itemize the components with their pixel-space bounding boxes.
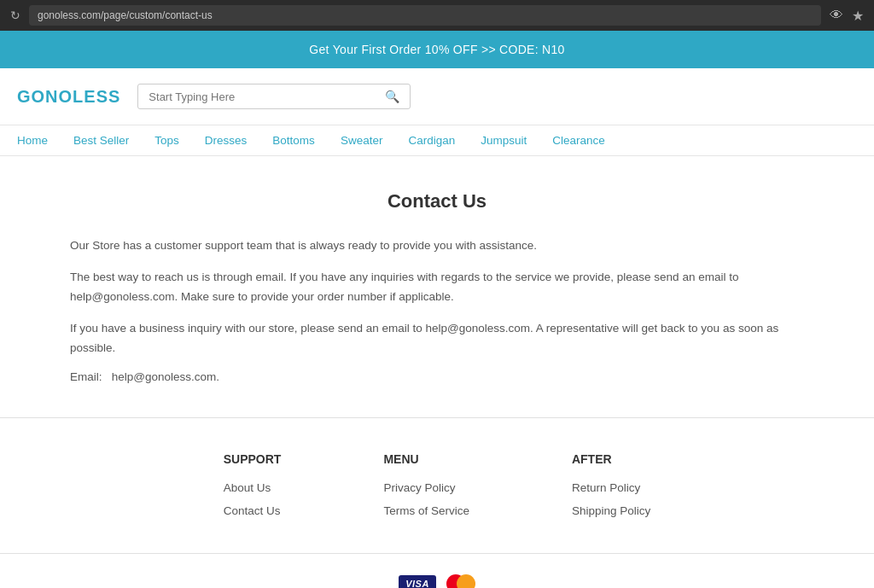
payment-icons: VISA xyxy=(399,574,475,588)
footer-shipping-policy[interactable]: Shipping Policy xyxy=(572,504,650,517)
paragraph-1: Our Store has a customer support team th… xyxy=(70,236,804,256)
browser-chrome: ↻ gonoless.com/page/custom/contact-us 👁︎… xyxy=(0,0,874,31)
nav-best-seller[interactable]: Best Seller xyxy=(73,134,129,147)
mc-right-circle xyxy=(457,574,475,588)
page-title: Contact Us xyxy=(70,190,804,212)
url-text: gonoless.com/page/custom/contact-us xyxy=(38,9,213,21)
browser-controls: ↻ xyxy=(10,9,20,22)
footer-columns: SUPPORT About Us Contact Us Menu Privacy… xyxy=(0,417,874,553)
nav-jumpsuit[interactable]: Jumpsuit xyxy=(481,134,527,147)
footer-contact-us[interactable]: Contact Us xyxy=(224,504,282,517)
email-label: Email: xyxy=(70,370,102,383)
nav-bottoms[interactable]: Bottoms xyxy=(272,134,315,147)
eye-off-icon: 👁︎ xyxy=(830,8,843,23)
visa-icon: VISA xyxy=(399,575,436,588)
nav-clearance[interactable]: Clearance xyxy=(552,134,605,147)
footer-about-us[interactable]: About Us xyxy=(224,481,282,494)
nav-sweater[interactable]: Sweater xyxy=(341,134,383,147)
footer-return-policy[interactable]: Return Policy xyxy=(572,481,650,494)
reload-button[interactable]: ↻ xyxy=(10,9,20,22)
footer-after-heading: After xyxy=(572,452,650,466)
header: GONOLESS 🔍 xyxy=(0,68,874,125)
footer-menu-heading: Menu xyxy=(383,452,469,466)
mastercard-icon xyxy=(446,574,475,588)
footer-col-support: SUPPORT About Us Contact Us xyxy=(224,452,282,527)
main-content: Contact Us Our Store has a customer supp… xyxy=(53,156,821,417)
promo-banner: Get Your First Order 10% OFF >> CODE: N1… xyxy=(0,31,874,68)
promo-text: Get Your First Order 10% OFF >> CODE: N1… xyxy=(309,43,564,56)
search-bar[interactable]: 🔍 xyxy=(137,84,411,109)
footer-col-menu: Menu Privacy Policy Terms of Service xyxy=(383,452,469,527)
nav-tops[interactable]: Tops xyxy=(154,134,179,147)
search-icon: 🔍 xyxy=(385,90,399,103)
nav-dresses[interactable]: Dresses xyxy=(205,134,248,147)
search-input[interactable] xyxy=(149,90,378,103)
nav-cardigan[interactable]: Cardigan xyxy=(408,134,455,147)
email-value: help@gonoless.com. xyxy=(112,370,219,383)
nav-home[interactable]: Home xyxy=(17,134,48,147)
footer-bottom: VISA © 2024 GONOLESS xyxy=(0,554,874,588)
email-line: Email: help@gonoless.com. xyxy=(70,370,804,383)
logo[interactable]: GONOLESS xyxy=(17,87,120,107)
star-icon[interactable]: ★ xyxy=(852,8,864,24)
paragraph-3: If you have a business inquiry with our … xyxy=(70,319,804,358)
footer-support-heading: SUPPORT xyxy=(224,452,282,466)
main-nav: Home Best Seller Tops Dresses Bottoms Sw… xyxy=(0,125,874,156)
footer-col-after: After Return Policy Shipping Policy xyxy=(572,452,650,527)
footer-privacy-policy[interactable]: Privacy Policy xyxy=(383,481,469,494)
url-bar[interactable]: gonoless.com/page/custom/contact-us xyxy=(29,5,821,26)
footer-terms-of-service[interactable]: Terms of Service xyxy=(383,504,469,517)
paragraph-2: The best way to reach us is through emai… xyxy=(70,268,804,307)
browser-actions: 👁︎ ★ xyxy=(830,8,864,24)
